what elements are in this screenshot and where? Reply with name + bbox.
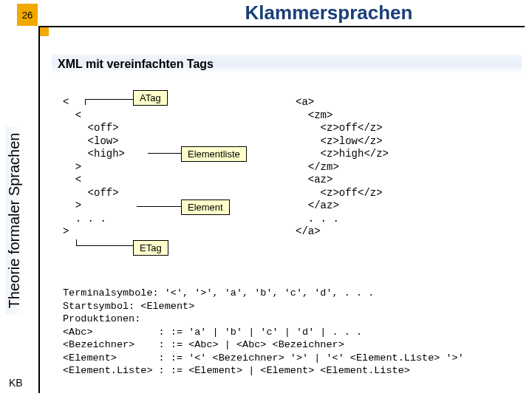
- callout-element: Element: [181, 200, 230, 215]
- subtitle: XML mit vereinfachten Tags: [52, 55, 522, 74]
- content-area: < < <off> <low> <high> > < <off> > . . .…: [52, 81, 523, 390]
- page-number-box: 26: [17, 4, 38, 26]
- code-xml: <a> <zm> <z>off</z> <z>low</z> <z>high</…: [296, 96, 389, 239]
- callout-elementliste: Elementliste: [181, 146, 247, 162]
- example-area: < < <off> <low> <high> > < <off> > . . .…: [52, 81, 523, 266]
- callout-etag: ETag: [133, 240, 168, 256]
- pointer-line: [85, 99, 133, 100]
- callout-atag: ATag: [133, 90, 168, 106]
- subtitle-text: XML mit vereinfachten Tags: [58, 58, 214, 71]
- grammar-block: Terminalsymbole: '<', '>', 'a', 'b', 'c'…: [63, 287, 464, 378]
- slide-title: Klammersprachen: [148, 1, 510, 24]
- slide: 26 Klammersprachen XML mit vereinfachten…: [0, 0, 532, 399]
- sidebar-label-wrap: Theorie formaler Sprachen: [0, 95, 30, 346]
- pointer-line: [137, 206, 181, 207]
- code-simplified: < < <off> <low> <high> > < <off> > . . .…: [63, 96, 125, 239]
- pointer-line: [76, 239, 77, 245]
- rule-left: [38, 26, 40, 393]
- page-number: 26: [22, 10, 33, 21]
- sidebar-label: Theorie formaler Sprachen: [6, 126, 24, 314]
- footer-label: KB: [9, 377, 23, 389]
- pointer-line: [76, 245, 133, 246]
- pointer-line: [85, 99, 86, 105]
- pointer-line: [148, 153, 181, 154]
- rule-top: [38, 26, 525, 27]
- corner-accent: [40, 27, 49, 36]
